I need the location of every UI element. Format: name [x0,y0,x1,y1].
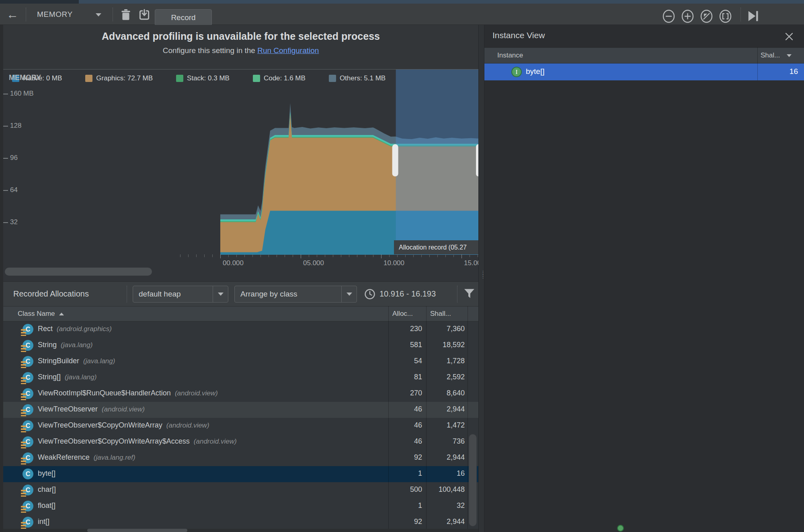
instance-icon: I [511,67,522,77]
class-name: String(java.lang) [38,341,92,349]
table-row[interactable]: Cbyte[]116 [3,466,478,482]
table-row[interactable]: CViewTreeObserver$CopyOnWriteArray$Acces… [3,434,478,450]
table-row[interactable]: CStringBuilder(java.lang)541,728 [3,354,478,370]
x-tick-minor [277,254,277,257]
alloc-count: 500 [388,485,422,494]
column-shallow[interactable]: Shal... [761,51,780,59]
class-name: Rect(android.graphics) [38,325,112,333]
instance-table-header[interactable]: Instance Shal... [484,47,804,63]
shallow-size: 100,448 [422,485,465,494]
shallow-size: 1,472 [422,421,465,430]
shallow-size: 7,360 [422,325,465,333]
alloc-count: 581 [388,341,422,349]
x-tick-minor [309,254,309,257]
x-tick-minor [285,254,285,257]
panel-splitter[interactable]: ⋮⋮ [478,25,484,532]
column-class-name[interactable]: Class Name [18,310,55,317]
y-tick [3,222,8,223]
legend-item: Graphics: 72.7 MB [85,74,153,82]
close-icon[interactable] [785,32,794,41]
y-tick [3,126,8,127]
class-icon-bars [21,345,26,352]
sort-descending-icon [787,54,792,57]
heap-select[interactable]: default heap [133,286,228,303]
scrollbar-thumb[interactable] [87,529,187,532]
banner-subtitle-text: Configure this setting in the [163,46,258,55]
table-row[interactable]: Cchar[]500100,448 [3,482,478,498]
table-row[interactable]: Cfloat[]132 [3,498,478,514]
x-tick-major [301,254,301,258]
table-row[interactable]: CViewTreeObserver(android.view)462,944 [3,402,478,418]
class-name: ViewTreeObserver$CopyOnWriteArray$Access… [38,437,237,446]
legend-swatch [253,75,260,82]
x-tick-minor [252,254,253,257]
x-tick-minor [405,254,406,257]
table-row[interactable]: CRect(android.graphics)2307,360 [3,321,478,338]
selection-overlay[interactable] [396,70,478,255]
legend-label: Graphics: 72.7 MB [96,74,153,82]
chevron-down-icon[interactable] [96,13,101,16]
reset-zoom-icon[interactable] [700,10,713,23]
instance-row-selected[interactable]: I byte[] 16 [484,63,804,80]
table-row[interactable]: Cint[]922,944 [3,514,478,530]
zoom-to-selection-icon[interactable] [719,10,732,23]
shallow-size: 2,944 [422,518,465,526]
instance-icon-partial [617,525,624,532]
chart-axis-label: MEMORY [9,74,41,82]
alloc-count: 46 [388,421,422,430]
legend-item: Others: 5.1 MB [329,74,386,82]
x-tick-major [461,254,462,258]
shallow-size: 2,592 [422,373,465,381]
selection-handle-right[interactable] [476,144,478,176]
arrange-select[interactable]: Arrange by class [234,286,357,303]
class-icon: C [23,469,33,479]
alloc-count: 54 [388,357,422,365]
alloc-count: 1 [388,469,422,478]
session-selector[interactable]: MEMORY [37,4,73,25]
y-tick-label: 128 [10,122,21,130]
class-table-header[interactable]: Class Name Alloc... Shall... [3,306,478,321]
table-row[interactable]: CString[](java.lang)812,592 [3,370,478,386]
run-configuration-link[interactable]: Run Configuration [257,46,319,55]
export-icon[interactable] [138,9,150,21]
memory-timeline-panel: Advanced profiling is unavailable for th… [3,25,478,532]
back-arrow-icon[interactable]: ← [6,4,18,25]
x-tick-minor [421,254,422,257]
table-row[interactable]: CString(java.lang)58118,592 [3,338,478,354]
skip-to-end-icon[interactable] [747,10,759,22]
class-package: (android.view) [175,389,218,397]
class-package: (java.lang) [61,341,92,349]
x-tick-minor [341,254,341,257]
column-alloc[interactable]: Alloc... [392,310,413,318]
zoom-out-icon[interactable] [662,10,675,23]
class-table-body: CRect(android.graphics)2307,360CString(j… [3,321,478,530]
arrange-select-value: Arrange by class [235,290,341,299]
table-row[interactable]: CViewTreeObserver$CopyOnWriteArray(andro… [3,418,478,434]
toolbar-separator [127,286,127,303]
trash-icon[interactable] [120,9,132,21]
selection-handle-left[interactable] [392,144,398,176]
x-tick-minor [389,254,390,257]
column-shallow[interactable]: Shall... [430,310,451,318]
x-tick-minor [196,254,197,257]
table-horizontal-scrollbar[interactable] [3,529,478,532]
table-row[interactable]: CViewRootImpl$RunQueue$HandlerAction(and… [3,386,478,402]
x-tick-minor [236,254,237,257]
shallow-size: 16 [422,469,465,478]
legend-item: Stack: 0.3 MB [176,74,230,82]
chevron-down-icon [213,286,228,302]
memory-stacked-area-chart[interactable] [3,70,478,255]
zoom-in-icon[interactable] [681,10,694,23]
filter-icon[interactable] [464,289,475,299]
class-icon: C [23,340,33,351]
table-vertical-scrollbar[interactable] [469,434,477,526]
x-tick-minor [325,254,325,257]
window-top-strip-segment [0,0,79,4]
class-name: ViewRootImpl$RunQueue$HandlerAction(andr… [38,389,218,397]
record-button[interactable]: Record [155,9,212,26]
chart-horizontal-scrollbar[interactable] [5,268,152,276]
class-package: (android.view) [102,405,145,413]
table-row[interactable]: CWeakReference(java.lang.ref)922,944 [3,450,478,466]
x-tick-major [220,254,221,258]
column-instance[interactable]: Instance [497,51,523,59]
